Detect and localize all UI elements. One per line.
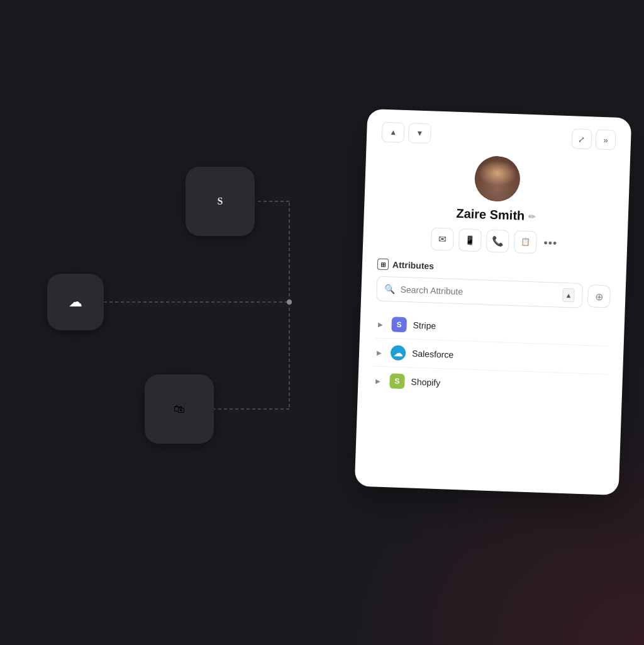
salesforce-logo: ☁: [391, 345, 406, 361]
expand-icon: ⤢: [578, 134, 586, 143]
avatar-image: [474, 155, 521, 202]
contact-panel: ▲ ▼ ⤢ » Zaire Smith ✏: [355, 109, 632, 495]
stripe-letter: S: [396, 320, 401, 329]
panel-navigation: ▲ ▼ ⤢ »: [382, 122, 616, 150]
nav-down-button[interactable]: ▼: [408, 123, 431, 143]
salesforce-app-icon[interactable]: ☁: [47, 274, 104, 330]
stripe-label: Stripe: [413, 320, 436, 331]
salesforce-icon: ☁: [394, 348, 403, 358]
note-icon: 📋: [521, 237, 530, 247]
forward-button[interactable]: »: [596, 130, 616, 150]
more-dots-icon: •••: [543, 236, 558, 250]
nav-up-button[interactable]: ▲: [382, 122, 405, 143]
shopify-icon: 🛍: [174, 403, 185, 416]
expand-button[interactable]: ⤢: [572, 128, 592, 149]
mobile-button[interactable]: 📱: [458, 228, 482, 252]
shopify-chevron-icon: ▶: [375, 377, 380, 384]
stripe-icon: S: [218, 196, 223, 207]
shopify-logo: S: [389, 373, 405, 389]
cloud-icon: ☁: [69, 294, 82, 310]
more-options-button[interactable]: •••: [541, 234, 560, 252]
search-row: 🔍 ▲ ⊕: [376, 276, 611, 310]
note-button[interactable]: 📋: [514, 230, 537, 254]
chevron-down-icon: ▼: [416, 129, 423, 138]
add-attribute-button[interactable]: ⊕: [587, 284, 611, 308]
panel-top-actions: ⤢ »: [572, 128, 616, 150]
stripe-chevron-icon: ▶: [377, 320, 382, 327]
attributes-label: Attributes: [392, 259, 435, 271]
salesforce-label: Salesforce: [412, 349, 454, 360]
search-icon: 🔍: [384, 284, 396, 294]
action-buttons-row: ✉ 📱 📞 📋 •••: [431, 228, 560, 255]
integrations-list: ▶ S Stripe ▶ ☁ Salesforce ▶: [373, 310, 609, 402]
phone-button[interactable]: 📞: [486, 230, 509, 253]
svg-point-5: [287, 300, 292, 305]
email-icon: ✉: [438, 233, 447, 245]
stripe-app-icon[interactable]: S: [186, 167, 255, 236]
attributes-icon: ⊞: [377, 259, 389, 271]
shopify-letter: S: [394, 377, 399, 386]
stripe-logo: S: [391, 317, 407, 332]
edit-icon[interactable]: ✏: [528, 211, 536, 221]
chevron-up-icon: ▲: [389, 128, 397, 137]
profile-section: Zaire Smith ✏ ✉ 📱 📞 📋 •••: [378, 152, 615, 257]
forward-icon: »: [603, 135, 608, 144]
phone-icon: 📞: [492, 235, 504, 247]
shopify-label: Shopify: [411, 377, 440, 388]
avatar: [474, 155, 521, 202]
search-box: 🔍 ▲: [376, 276, 583, 308]
collapse-icon: ▲: [565, 291, 572, 299]
profile-name-row: Zaire Smith ✏: [456, 206, 536, 223]
mobile-icon: 📱: [465, 235, 475, 245]
collapse-search-button[interactable]: ▲: [562, 288, 574, 303]
attributes-section: ⊞ Attributes 🔍 ▲ ⊕: [373, 259, 611, 403]
search-attribute-input[interactable]: [400, 284, 558, 300]
add-attribute-icon: ⊕: [595, 290, 604, 302]
attributes-header: ⊞ Attributes: [377, 259, 611, 278]
email-button[interactable]: ✉: [431, 228, 454, 251]
salesforce-chevron-icon: ▶: [377, 349, 382, 356]
shopify-app-icon[interactable]: 🛍: [145, 374, 214, 444]
profile-name: Zaire Smith: [456, 206, 525, 223]
